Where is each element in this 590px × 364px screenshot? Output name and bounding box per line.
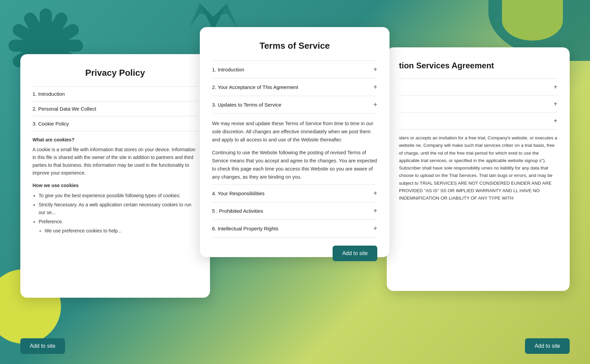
subscription-services-card: tion Services Agreement + + + sters or a… — [387, 47, 570, 291]
right-plus-3: + — [553, 117, 557, 125]
cookie-list-item: Strictly Necessary. As a web application… — [39, 201, 198, 217]
accordion-item-4[interactable]: 4. Your Responsibilities + — [212, 185, 377, 202]
right-row-2[interactable]: + — [399, 96, 557, 113]
accordion-plus-1: + — [373, 66, 377, 73]
expanded-p2: Continuing to use the Website following … — [212, 149, 377, 181]
how-we-use: How we use cookies — [33, 182, 198, 189]
accordion-item-6[interactable]: 6. Intellectual Property Rights + — [212, 220, 377, 237]
cookie-body: A cookie is a small file with informatio… — [33, 146, 198, 177]
cookie-list-item: Preference. We use preference cookies to… — [39, 218, 198, 235]
cookie-subtitle: What are cookies? — [33, 136, 198, 144]
bottom-btn-right-container: Add to site — [525, 338, 570, 354]
accordion-item-5[interactable]: 5 . Prohibited Activities + — [212, 202, 377, 220]
privacy-section-3[interactable]: 3. Cookie Policy — [33, 116, 198, 131]
accordion-label-3: 3. Updates to Terms of Service — [212, 102, 281, 108]
accordion-plus-6: + — [373, 225, 377, 232]
accordion-label-2: 2. Your Acceptance of This Agreement — [212, 84, 298, 90]
accordion-label-5: 5 . Prohibited Activities — [212, 208, 263, 214]
right-plus-2: + — [553, 100, 557, 108]
accordion-plus-4: + — [373, 189, 377, 197]
accordion-expanded-content: We may revise and update these Terms of … — [212, 114, 377, 185]
right-body: sters or accepts an invitation for a fre… — [399, 134, 557, 202]
add-to-site-center-button[interactable]: Add to site — [333, 246, 377, 261]
tos-title: Terms of Service — [212, 41, 377, 51]
right-plus-1: + — [553, 83, 557, 91]
accordion-label-4: 4. Your Responsibilities — [212, 190, 265, 196]
right-row-1[interactable]: + — [399, 78, 557, 96]
accordion-item-1[interactable]: 1. Introduction + — [212, 61, 377, 78]
accordion-plus-2: + — [373, 83, 377, 91]
expanded-p1: We may revise and update these Terms of … — [212, 120, 377, 144]
right-row-3[interactable]: + — [399, 113, 557, 130]
cookie-list-subitem: We use preference cookies to help... — [45, 227, 198, 235]
privacy-policy-title: Privacy Policy — [33, 68, 198, 78]
privacy-section-2[interactable]: 2. Personal Data We Collect — [33, 101, 198, 116]
add-to-site-right-button[interactable]: Add to site — [525, 338, 570, 354]
privacy-policy-card: Privacy Policy 1. Introduction 2. Person… — [20, 54, 210, 298]
accordion-item-2[interactable]: 2. Your Acceptance of This Agreement + — [212, 78, 377, 96]
subscription-title: tion Services Agreement — [399, 61, 557, 70]
accordion-plus-5: + — [373, 207, 377, 215]
cookie-list: To give you the best experience possible… — [33, 192, 198, 235]
accordion-label-6: 6. Intellectual Property Rights — [212, 226, 278, 231]
add-to-site-row: Add to site — [212, 246, 377, 261]
accordion-plus-3: + — [373, 101, 377, 109]
accordion-item-3[interactable]: 3. Updates to Terms of Service + — [212, 96, 377, 114]
cards-container: Privacy Policy 1. Introduction 2. Person… — [0, 0, 590, 364]
bottom-btn-left-container: Add to site — [20, 338, 65, 354]
add-to-site-left-button[interactable]: Add to site — [20, 338, 65, 354]
accordion-label-1: 1. Introduction — [212, 67, 244, 72]
privacy-body: What are cookies? A cookie is a small fi… — [33, 136, 198, 235]
privacy-section-1[interactable]: 1. Introduction — [33, 86, 198, 101]
terms-of-service-card: Terms of Service 1. Introduction + 2. Yo… — [200, 27, 389, 257]
cookie-list-item: To give you the best experience possible… — [39, 192, 198, 200]
